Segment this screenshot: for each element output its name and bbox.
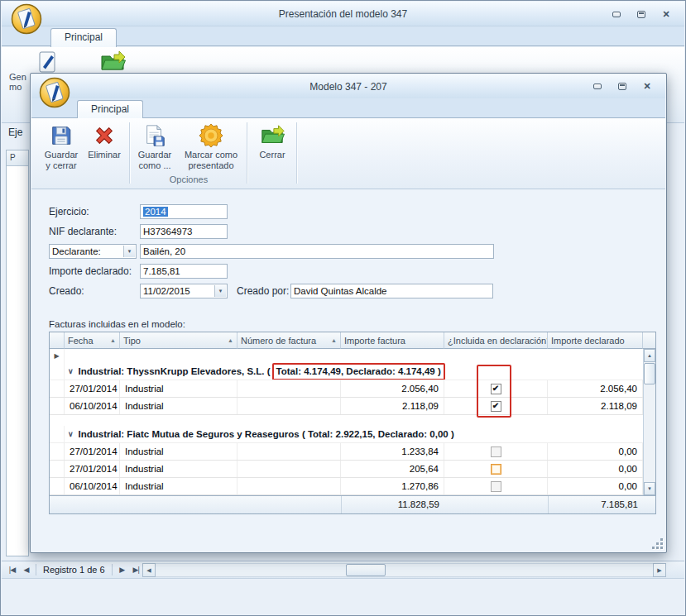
collapse-group-icon[interactable]: ∨ — [68, 367, 74, 375]
maximize-icon — [637, 11, 645, 18]
minimize-button[interactable] — [590, 80, 605, 93]
cell-numero — [237, 398, 341, 414]
save-icon — [49, 123, 74, 148]
nif-field[interactable]: H37364973 — [140, 224, 228, 239]
header-tipo[interactable]: Tipo ▲ — [120, 332, 237, 349]
chevron-down-icon[interactable]: ▼ — [214, 285, 226, 297]
maximize-icon — [618, 83, 626, 90]
button-label-line: como ... — [134, 160, 175, 171]
cell-importe-declarado: 2.056,40 — [548, 380, 643, 397]
nav-first-button[interactable]: |◀ — [5, 563, 19, 576]
header-scroll-corner — [643, 332, 655, 349]
group-row-fiatc[interactable]: ∨ Industrial: Fiatc Mutua de Seguros y R… — [50, 426, 643, 443]
incluida-checkbox[interactable] — [491, 446, 501, 457]
app-icon[interactable] — [11, 3, 42, 35]
creado-date-value: 11/02/2015 — [143, 286, 190, 296]
invoice-row[interactable]: 27/01/2014 Industrial 1.233,84 0,00 — [50, 443, 643, 461]
scroll-down-button[interactable]: ▼ — [644, 482, 655, 495]
scroll-up-button[interactable]: ▲ — [644, 349, 655, 362]
modal-titlebar[interactable]: Modelo 347 - 207 — [31, 74, 665, 99]
nav-next-button[interactable]: ▶ — [115, 563, 129, 576]
app-icon[interactable] — [39, 77, 70, 108]
header-fecha[interactable]: Fecha ▲ — [65, 332, 120, 349]
collapse-group-icon[interactable]: ∨ — [68, 430, 74, 438]
record-navigator: |◀ ◀ Registro 1 de 6 ▶ ▶| — [2, 563, 143, 576]
modal-window-title: Modelo 347 - 207 — [31, 74, 665, 99]
ribbon-group-label: Opciones — [134, 174, 243, 184]
header-importe-factura[interactable]: Importe factura — [341, 332, 444, 349]
importe-declarado-field[interactable]: 7.185,81 — [140, 264, 228, 279]
record-counter: Registro 1 de 6 — [39, 565, 109, 575]
marcar-como-presentado-button[interactable]: Marcar como presentado — [179, 123, 243, 171]
incluida-checkbox[interactable]: ✔ — [491, 384, 501, 394]
cell-fecha: 06/10/2014 — [65, 478, 120, 494]
nif-label: NIF declarante: — [49, 226, 117, 237]
invoice-row[interactable]: 06/10/2014 Industrial 2.118,09 ✔ 2.118,0… — [50, 398, 643, 415]
cell-importe-declarado: 0,00 — [548, 461, 643, 477]
scroll-left-button[interactable]: ◀ — [142, 563, 156, 577]
tab-principal-background[interactable]: Principal — [50, 28, 117, 47]
incluida-checkbox-focused[interactable] — [491, 464, 501, 475]
close-button[interactable]: ✕ — [640, 80, 655, 93]
cell-fecha: 27/01/2014 — [65, 461, 120, 477]
background-tabstrip: Principal — [2, 26, 684, 46]
scroll-right-button[interactable]: ▶ — [653, 563, 666, 577]
resize-grip[interactable] — [651, 537, 663, 549]
ejercicio-label: Ejercicio: — [49, 206, 89, 217]
declarante-field[interactable]: Bailén, 20 — [140, 244, 494, 259]
scrollbar-thumb[interactable] — [346, 564, 386, 576]
button-label-line: Guardar — [41, 150, 81, 160]
incluida-checkbox[interactable] — [491, 481, 501, 492]
scrollbar-thumb[interactable] — [644, 363, 655, 384]
creado-por-field[interactable]: David Quintas Alcalde — [290, 284, 493, 298]
grid-vertical-scrollbar[interactable]: ▲ ▼ — [643, 349, 655, 495]
incluida-checkbox[interactable]: ✔ — [491, 401, 501, 412]
ejercicio-field[interactable]: 2014 — [140, 204, 228, 219]
eliminar-button[interactable]: Eliminar — [84, 123, 124, 160]
ribbon-button-label-partial: Gen — [9, 72, 26, 82]
invoice-row[interactable]: 06/10/2014 Industrial 1.270,86 0,00 — [50, 478, 643, 495]
sort-asc-icon: ▲ — [228, 337, 233, 343]
cell-importe-factura: 205,64 — [341, 461, 444, 477]
background-titlebar[interactable]: Presentación del modelo 347 — [2, 2, 684, 26]
invoices-grid: Fecha ▲ Tipo ▲ Número de factura ▲ Impor… — [49, 332, 656, 514]
nav-prev-button[interactable]: ◀ — [19, 563, 33, 576]
cerrar-button[interactable]: Cerrar — [253, 123, 291, 160]
close-button[interactable]: ✕ — [659, 8, 674, 21]
focused-row-indicator-icon: ▶ — [54, 352, 59, 360]
maximize-button[interactable] — [634, 8, 649, 21]
cell-importe-factura: 1.270,86 — [341, 478, 444, 494]
check-icon: ✔ — [492, 384, 499, 393]
invoice-row[interactable]: 27/01/2014 Industrial 2.056,40 ✔ 2.056,4… — [50, 380, 643, 398]
invoice-row[interactable]: 27/01/2014 Industrial 205,64 0,00 — [50, 461, 643, 478]
nav-last-button[interactable]: ▶| — [129, 563, 143, 576]
summary-importe-declarado: 7.185,81 — [548, 496, 643, 513]
cell-numero — [237, 461, 341, 477]
focused-row-strip: ▶ — [50, 349, 643, 363]
header-importe-declarado[interactable]: Importe declarado — [548, 332, 643, 349]
button-label-line: y cerrar — [41, 160, 81, 171]
creado-date-field[interactable]: 11/02/2015 ▼ — [140, 284, 228, 298]
group-row-thyssnkrupp[interactable]: ∨ Industrial: ThyssnKrupp Elevadores, S.… — [50, 363, 643, 380]
guardar-como-button[interactable]: Guardar como ... — [134, 123, 175, 171]
header-numero-factura[interactable]: Número de factura ▲ — [237, 332, 341, 349]
chevron-down-icon[interactable]: ▼ — [123, 246, 135, 257]
maximize-button[interactable] — [615, 80, 630, 93]
modal-tabstrip: Principal — [31, 98, 665, 118]
tab-principal-modal[interactable]: Principal — [77, 100, 143, 119]
horizontal-scrollbar[interactable]: ◀ ▶ — [142, 563, 666, 577]
cell-fecha: 06/10/2014 — [65, 398, 120, 414]
ribbon-separator — [296, 122, 297, 184]
close-folder-icon — [260, 123, 285, 148]
scrollbar-track[interactable] — [156, 563, 653, 577]
check-icon: ✔ — [492, 402, 499, 410]
close-icon: ✕ — [662, 10, 669, 19]
importe-declarado-label: Importe declarado: — [49, 265, 132, 277]
background-grid-header[interactable]: P — [7, 150, 28, 166]
annotation-total-box: Total: 4.174,49, Declarado: 4.174,49 ) — [272, 363, 445, 380]
close-icon: ✕ — [643, 82, 650, 91]
minimize-button[interactable] — [609, 8, 624, 21]
guardar-y-cerrar-button[interactable]: Guardar y cerrar — [41, 123, 81, 171]
header-incluida[interactable]: ¿Incluida en declaración? — [444, 332, 548, 349]
declarante-combo[interactable]: Declarante: ▼ — [49, 244, 137, 259]
